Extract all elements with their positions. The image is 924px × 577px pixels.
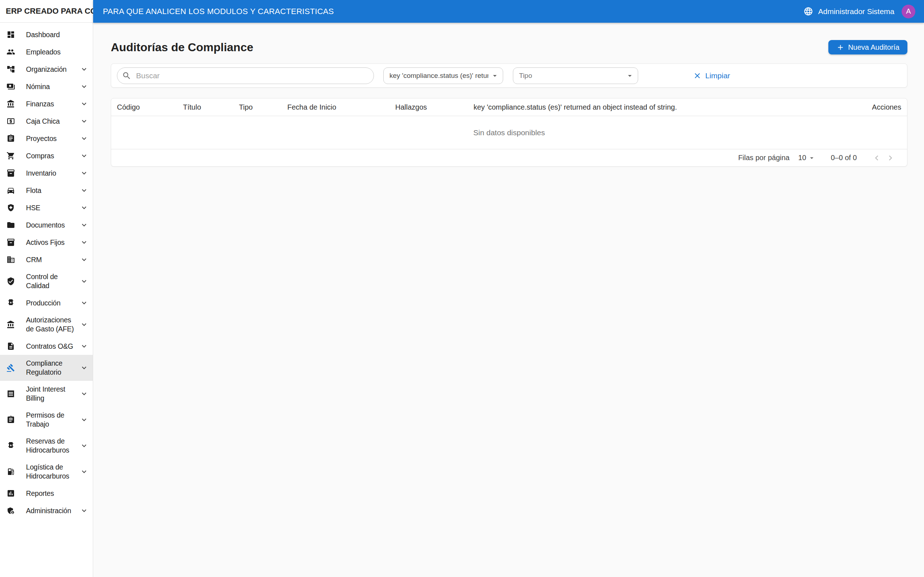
previous-page-button[interactable] — [870, 151, 884, 165]
chevron-down-icon — [80, 169, 89, 177]
sidebar-brand: ERP CREADO PARA CO... — [0, 0, 93, 23]
sidebar-item-empleados[interactable]: Empleados — [0, 43, 93, 61]
column-header: Título — [183, 103, 239, 111]
sidebar-item-administraci-n[interactable]: Administración — [0, 502, 93, 519]
sidebar-item-compliance-regulatorio[interactable]: Compliance Regulatorio — [0, 355, 93, 381]
gas-pump-icon — [6, 467, 15, 476]
tipo-filter-select[interactable]: Tipo — [513, 68, 638, 84]
sidebar-item-label: HSE — [26, 203, 80, 213]
sidebar-item-log-stica-de-hidrocarburos[interactable]: Logística de Hidrocarburos — [0, 459, 93, 485]
document-icon — [6, 342, 15, 351]
sidebar-item-documentos[interactable]: Documentos — [0, 216, 93, 234]
sidebar-item-label: Reportes — [26, 489, 89, 498]
sidebar-item-label: Proyectos — [26, 134, 80, 143]
sidebar-item-organizaci-n[interactable]: Organización — [0, 61, 93, 78]
new-audit-button-label: Nueva Auditoría — [848, 43, 900, 52]
globe-icon[interactable] — [803, 6, 813, 16]
sidebar-item-label: Joint Interest Billing — [26, 385, 80, 403]
chevron-right-icon — [885, 153, 895, 163]
sidebar-item-label: Dashboard — [26, 30, 89, 39]
sidebar-item-label: Permisos de Trabajo — [26, 411, 80, 429]
search-input[interactable] — [117, 68, 374, 84]
sidebar-item-flota[interactable]: Flota — [0, 182, 93, 199]
sidebar-item-control-de-calidad[interactable]: Control de Calidad — [0, 268, 93, 294]
sidebar-item-activos-fijos[interactable]: Activos Fijos — [0, 234, 93, 251]
sidebar-item-label: Flota — [26, 186, 80, 195]
bank-icon — [6, 100, 15, 108]
sidebar-item-permisos-de-trabajo[interactable]: Permisos de Trabajo — [0, 407, 93, 433]
appbar-right-group: Administrador Sistema A — [803, 5, 915, 18]
caret-down-icon — [808, 154, 816, 162]
chevron-down-icon — [80, 320, 89, 329]
sidebar-item-joint-interest-billing[interactable]: Joint Interest Billing — [0, 381, 93, 407]
sidebar-item-label: Activos Fijos — [26, 238, 80, 247]
chevron-down-icon — [80, 255, 89, 264]
plus-icon — [836, 43, 845, 52]
sidebar-item-label: Compliance Regulatorio — [26, 359, 80, 377]
column-header: Código — [117, 103, 183, 111]
app-bar: PARA QUE ANALICEN LOS MODULOS Y CARACTER… — [93, 0, 924, 23]
sidebar-item-reservas-de-hidrocarburos[interactable]: Reservas de Hidrocarburos — [0, 433, 93, 459]
sidebar-item-hse[interactable]: HSE — [0, 199, 93, 216]
tipo-filter-value: Tipo — [519, 72, 532, 80]
chevron-down-icon — [80, 100, 89, 108]
sidebar-item-compras[interactable]: Compras — [0, 147, 93, 164]
next-page-button[interactable] — [884, 151, 897, 165]
new-audit-button[interactable]: Nueva Auditoría — [828, 40, 908, 55]
sidebar-item-n-mina[interactable]: Nómina — [0, 78, 93, 95]
sidebar-item-label: Contratos O&G — [26, 342, 80, 351]
column-header: Hallazgos — [395, 103, 473, 111]
user-name: Administrador Sistema — [818, 7, 894, 16]
sidebar-item-reportes[interactable]: Reportes — [0, 485, 93, 502]
sidebar-item-label: Organización — [26, 65, 80, 74]
erp-app-window: ERP CREADO PARA CO... PARA QUE ANALICEN … — [0, 0, 924, 577]
avatar[interactable]: A — [901, 5, 915, 18]
sidebar-item-finanzas[interactable]: Finanzas — [0, 95, 93, 113]
sidebar-item-crm[interactable]: CRM — [0, 251, 93, 268]
sidebar-item-autorizaciones-de-gasto-afe[interactable]: Autorizaciones de Gasto (AFE) — [0, 311, 93, 338]
dashboard-icon — [6, 30, 15, 39]
chevron-down-icon — [80, 186, 89, 195]
clear-filters-button[interactable]: Limpiar — [693, 71, 730, 80]
chevron-down-icon — [80, 467, 89, 476]
inventory-icon — [6, 238, 15, 247]
chevron-down-icon — [80, 342, 89, 351]
sidebar-item-inventario[interactable]: Inventario — [0, 164, 93, 182]
chevron-down-icon — [80, 364, 89, 372]
rows-per-page-label: Filas por página — [738, 154, 789, 162]
column-header: Tipo — [239, 103, 287, 111]
rows-per-page-value: 10 — [798, 154, 806, 162]
chevron-down-icon — [80, 117, 89, 126]
sidebar-item-label: Reservas de Hidrocarburos — [26, 437, 80, 455]
sidebar-item-label: CRM — [26, 255, 80, 264]
sidebar-item-label: Autorizaciones de Gasto (AFE) — [26, 316, 80, 334]
chevron-down-icon — [80, 416, 89, 424]
verified-shield-icon — [6, 277, 15, 285]
org-chart-icon — [6, 65, 15, 74]
sidebar-item-producci-n[interactable]: Producción — [0, 294, 93, 311]
column-header: Fecha de Inicio — [287, 103, 395, 111]
sidebar-item-label: Administración — [26, 506, 80, 515]
page-title: Auditorías de Compliance — [111, 41, 254, 54]
building-icon — [6, 255, 15, 264]
search-field-wrap — [117, 68, 374, 84]
close-icon — [693, 71, 702, 80]
sidebar-item-label: Logística de Hidrocarburos — [26, 463, 80, 481]
rows-per-page-select[interactable]: 10 — [798, 154, 815, 162]
sidebar-item-contratos-o-g[interactable]: Contratos O&G — [0, 338, 93, 355]
sidebar-item-dashboard[interactable]: Dashboard — [0, 26, 93, 43]
sidebar-item-label: Control de Calidad — [26, 272, 80, 290]
sidebar-item-label: Finanzas — [26, 100, 80, 108]
sidebar-item-proyectos[interactable]: Proyectos — [0, 130, 93, 147]
folder-icon — [6, 221, 15, 229]
chevron-down-icon — [80, 221, 89, 229]
chevron-down-icon — [80, 82, 89, 91]
chevron-down-icon — [80, 65, 89, 74]
status-filter-select[interactable]: key 'compliance.status (es)' returned an… — [383, 68, 503, 84]
sidebar-item-caja-chica[interactable]: Caja Chica — [0, 113, 93, 130]
filter-bar: key 'compliance.status (es)' returned an… — [111, 63, 908, 88]
oil-barrel-icon — [6, 442, 15, 450]
report-chart-icon — [6, 489, 15, 498]
brand-title: ERP CREADO PARA CO... — [6, 6, 93, 16]
column-header: key 'compliance.status (es)' returned an… — [473, 103, 872, 111]
